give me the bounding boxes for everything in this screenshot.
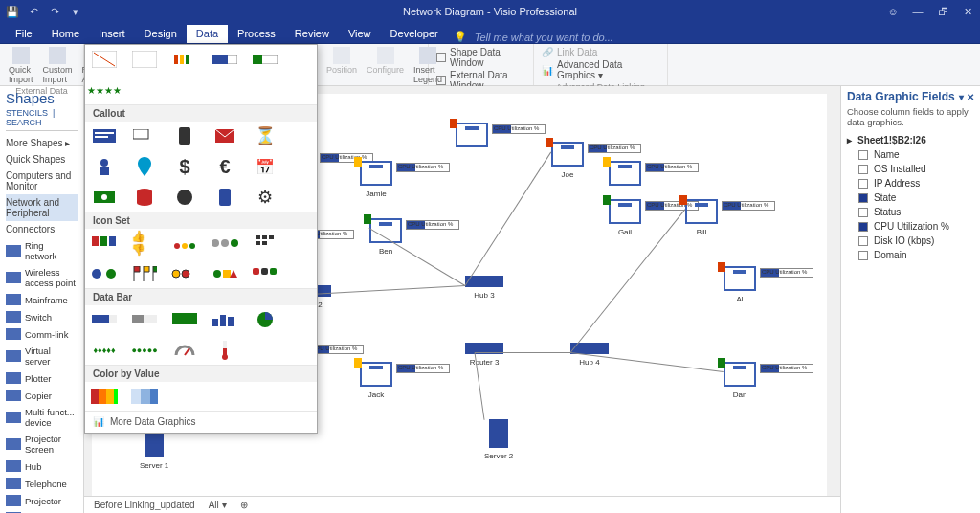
smiley-icon[interactable]: ☺ — [886, 5, 900, 18]
iconset-traffic[interactable] — [171, 263, 198, 284]
iconset-shields[interactable] — [91, 233, 118, 254]
undo-icon[interactable]: ↶ — [27, 5, 40, 18]
iconset-circles[interactable] — [212, 233, 238, 254]
dg-bar-2[interactable] — [252, 49, 278, 70]
advanced-data-graphics-button[interactable]: 📊Advanced Data Graphics ▾ — [540, 58, 661, 81]
dgf-field-os-installed[interactable]: OS Installed — [858, 162, 974, 176]
tab-design[interactable]: Design — [135, 25, 187, 43]
page-all[interactable]: All ▾ — [209, 500, 227, 510]
databar-rating[interactable]: ●●●●● — [131, 340, 158, 361]
dgf-close-icon[interactable]: ✕ — [967, 92, 974, 102]
callout-euro[interactable]: € — [212, 156, 238, 177]
dgf-field-cpu-utilization-[interactable]: CPU Utilization % — [858, 219, 974, 234]
stencil-comm-link[interactable]: Comm-link — [6, 325, 78, 343]
tab-data[interactable]: Data — [187, 25, 228, 43]
callout-db[interactable] — [131, 187, 158, 208]
stencils-tab[interactable]: STENCILS — [6, 108, 48, 118]
callout-calendar[interactable]: 📅 — [252, 156, 278, 177]
node-joe[interactable]: Joe — [551, 142, 584, 179]
iconset-wifi[interactable] — [171, 233, 198, 254]
stencil-hub[interactable]: Hub — [6, 457, 78, 475]
stencil-wireless-access-point[interactable]: Wireless access point — [6, 264, 78, 291]
cat-computers[interactable]: Computers and Monitor — [6, 167, 78, 194]
databar-4[interactable] — [212, 309, 238, 330]
stencil-copier[interactable]: Copier — [6, 387, 78, 404]
callout-person[interactable] — [91, 156, 118, 177]
databar-1[interactable] — [91, 309, 118, 330]
dg-bar-1[interactable] — [212, 49, 238, 70]
callout-device[interactable] — [212, 187, 238, 208]
minimize-icon[interactable]: — — [911, 5, 924, 18]
node-bill[interactable]: Bill — [685, 199, 718, 236]
node-dan[interactable]: Dan — [724, 362, 756, 399]
colorby-1[interactable] — [91, 386, 118, 407]
callout-phone[interactable] — [171, 125, 198, 146]
tab-process[interactable]: Process — [228, 25, 285, 43]
node-gail[interactable]: Gail — [609, 199, 641, 236]
cat-connectors[interactable]: Connectors — [6, 221, 78, 237]
databar-pie[interactable] — [252, 309, 278, 330]
databar-2[interactable] — [131, 309, 158, 330]
callout-hourglass[interactable]: ⏳ — [252, 125, 278, 146]
restore-icon[interactable]: 🗗 — [936, 5, 949, 18]
cat-network[interactable]: Network and Peripheral — [6, 194, 78, 221]
custom-import-button[interactable]: Custom Import — [40, 46, 76, 85]
stencil-virtual-server[interactable]: Virtual server — [6, 343, 78, 369]
page-name[interactable]: Before Linking_updated — [94, 500, 195, 510]
dg-none-2[interactable] — [131, 49, 158, 70]
iconset-grid[interactable] — [252, 233, 278, 254]
node-jack[interactable]: Jack — [360, 362, 392, 399]
callout-globe[interactable] — [171, 187, 198, 208]
save-icon[interactable]: 💾 — [6, 5, 19, 18]
dgf-field-status[interactable]: Status — [858, 205, 974, 219]
colorby-2[interactable] — [131, 386, 158, 407]
tab-insert[interactable]: Insert — [89, 25, 135, 43]
stencil-projector-screen[interactable]: Projector Screen — [6, 431, 78, 457]
dgf-field-domain[interactable]: Domain — [858, 248, 974, 262]
tab-developer[interactable]: Developer — [381, 25, 448, 43]
callout-bubble[interactable] — [131, 125, 158, 146]
stencil-projector[interactable]: Projector — [6, 492, 78, 509]
stencil-bridge[interactable]: Bridge — [6, 509, 78, 513]
tell-me-search[interactable]: Tell me what you want to do... — [475, 32, 613, 43]
quick-shapes-link[interactable]: Quick Shapes — [6, 151, 78, 167]
dg-stars[interactable]: ★★★★ — [91, 79, 118, 100]
node-server-2[interactable]: Server 2 — [484, 419, 513, 460]
databar-gauge[interactable] — [171, 340, 198, 361]
tab-file[interactable]: File — [6, 25, 42, 43]
qa-dropdown-icon[interactable]: ▾ — [69, 5, 82, 18]
stencil-telephone[interactable]: Telephone — [6, 475, 78, 492]
dgf-field-name[interactable]: Name — [858, 147, 974, 162]
dgf-sheet[interactable]: Sheet1!$B2:I26 — [858, 135, 926, 145]
stencil-switch[interactable]: Switch — [6, 308, 78, 325]
iconset-thumbs[interactable]: 👍👎 — [131, 233, 158, 254]
stencil-plotter[interactable]: Plotter — [6, 369, 78, 387]
tab-view[interactable]: View — [339, 25, 381, 43]
tab-home[interactable]: Home — [42, 25, 89, 43]
dg-flags[interactable] — [171, 49, 198, 70]
stencil-mainframe[interactable]: Mainframe — [6, 291, 78, 308]
iconset-shapes[interactable] — [212, 263, 238, 284]
dgf-field-ip-address[interactable]: IP Address — [858, 176, 974, 190]
node-unnamed[interactable] — [456, 123, 488, 147]
node-jamie[interactable]: Jamie — [360, 161, 392, 198]
iconset-squares[interactable] — [252, 263, 278, 284]
callout-text[interactable] — [91, 125, 118, 146]
callout-pin[interactable] — [131, 156, 158, 177]
shape-data-window-toggle[interactable]: Shape Data Window — [434, 46, 527, 69]
node-al[interactable]: Al — [724, 266, 756, 303]
dgf-dropdown-icon[interactable]: ▾ — [959, 92, 964, 102]
node-hub-3[interactable]: Hub 3 — [465, 276, 503, 300]
search-tab[interactable]: SEARCH — [6, 118, 42, 127]
node-router-3[interactable]: Router 3 — [465, 343, 503, 367]
dgf-field-disk-io-kbps-[interactable]: Disk IO (kbps) — [858, 234, 974, 248]
more-data-graphics-link[interactable]: 📊More Data Graphics — [85, 412, 317, 429]
callout-gear[interactable]: ⚙ — [252, 187, 278, 208]
databar-3[interactable] — [171, 309, 198, 330]
node-server-1[interactable]: Server 1 — [140, 429, 168, 470]
dg-none-1[interactable] — [91, 49, 118, 70]
callout-dollar[interactable]: $ — [171, 156, 198, 177]
tab-review[interactable]: Review — [285, 25, 339, 43]
add-page-icon[interactable]: ⊕ — [240, 500, 248, 510]
databar-people[interactable]: ♦♦♦♦♦ — [91, 340, 118, 361]
